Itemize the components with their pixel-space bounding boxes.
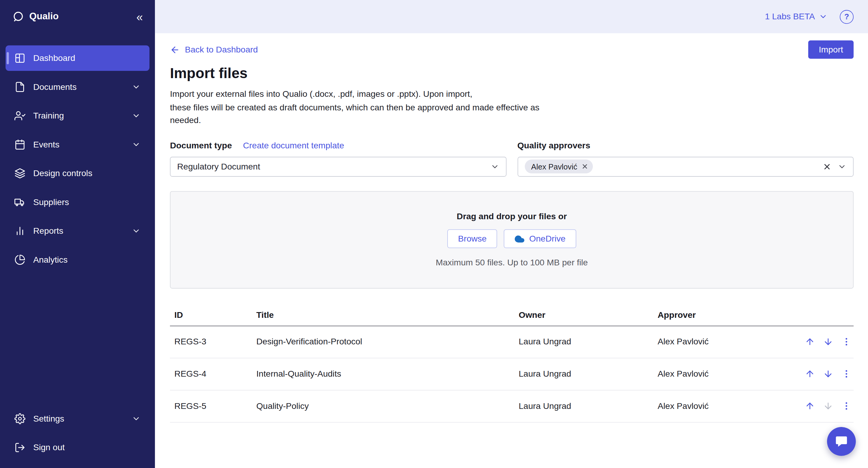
sidebar-item-dashboard[interactable]: Dashboard xyxy=(5,46,150,71)
back-to-dashboard-link[interactable]: Back to Dashboard xyxy=(170,45,258,55)
remove-approver-icon[interactable] xyxy=(581,163,588,170)
org-switcher[interactable]: 1 Labs BETA xyxy=(765,12,828,22)
sidebar-item-label: Documents xyxy=(33,82,76,92)
cell-approver: Alex Pavlović xyxy=(658,401,792,411)
dashboard-icon xyxy=(14,53,26,64)
sidebar-item-label: Training xyxy=(33,111,64,121)
chevron-down-icon xyxy=(490,162,499,171)
document-type-select[interactable]: Regulatory Document xyxy=(170,156,506,176)
clear-approvers-icon[interactable] xyxy=(823,162,831,171)
document-icon xyxy=(14,81,26,93)
chevron-down-icon xyxy=(132,83,141,91)
sidebar-footer: Settings Sign out xyxy=(0,406,155,468)
column-header-id: ID xyxy=(175,310,256,320)
move-up-icon[interactable] xyxy=(805,401,815,411)
sidebar-item-settings[interactable]: Settings xyxy=(5,406,150,431)
pie-chart-icon xyxy=(14,254,26,265)
create-document-template-link[interactable]: Create document template xyxy=(243,141,344,151)
user-check-icon xyxy=(14,110,26,121)
sidebar-item-documents[interactable]: Documents xyxy=(5,74,150,99)
description-line: these files will be created as draft doc… xyxy=(170,100,854,113)
sidebar-item-suppliers[interactable]: Suppliers xyxy=(5,189,150,215)
files-table: ID Title Owner Approver REGS-3 Design-Ve… xyxy=(170,305,854,422)
sidebar-collapse-button[interactable]: « xyxy=(136,11,143,23)
move-up-icon[interactable] xyxy=(805,369,815,379)
onedrive-button[interactable]: OneDrive xyxy=(504,229,576,248)
table-row: REGS-4 Internal-Quality-Audits Laura Ung… xyxy=(170,358,854,390)
table-header-row: ID Title Owner Approver xyxy=(170,305,854,326)
main-area: 1 Labs BETA ? Back to Dashboard Import xyxy=(155,0,868,468)
description-line: Import your external files into Qualio (… xyxy=(170,87,854,100)
chevron-down-icon xyxy=(132,414,141,423)
quality-approvers-select[interactable]: Alex Pavlović xyxy=(517,156,854,176)
brand-name: Qualio xyxy=(29,11,59,22)
table-row: REGS-5 Quality-Policy Laura Ungrad Alex … xyxy=(170,390,854,422)
calendar-icon xyxy=(14,139,26,150)
page-description: Import your external files into Qualio (… xyxy=(170,87,854,126)
column-header-owner: Owner xyxy=(519,310,658,320)
dropzone-title: Drag and drop your files or xyxy=(457,212,567,222)
brand: Qualio xyxy=(12,10,59,23)
row-menu-icon[interactable] xyxy=(841,401,851,411)
cell-title: Internal-Quality-Audits xyxy=(256,369,519,379)
dropzone-hint: Maximum 50 files. Up to 100 MB per file xyxy=(436,258,588,267)
sign-out-icon xyxy=(14,442,26,453)
help-label: ? xyxy=(844,12,849,21)
row-menu-icon[interactable] xyxy=(841,369,851,379)
cell-owner: Laura Ungrad xyxy=(519,337,658,347)
cell-title: Design-Verification-Protocol xyxy=(256,337,519,347)
move-down-icon[interactable] xyxy=(823,369,833,379)
cell-owner: Laura Ungrad xyxy=(519,369,658,379)
column-header-approver: Approver xyxy=(658,310,792,320)
bar-chart-icon xyxy=(14,226,26,237)
sidebar-item-reports[interactable]: Reports xyxy=(5,218,150,244)
viewport: Qualio « Dashboard Documents xyxy=(0,0,868,468)
sidebar-item-label: Design controls xyxy=(33,168,92,178)
browse-button[interactable]: Browse xyxy=(447,229,497,248)
row-actions xyxy=(792,337,854,347)
sidebar-item-label: Analytics xyxy=(33,255,67,265)
row-actions xyxy=(792,369,854,379)
import-button[interactable]: Import xyxy=(808,40,854,59)
sidebar-header: Qualio « xyxy=(0,0,155,33)
app-root: Qualio « Dashboard Documents xyxy=(0,0,868,468)
row-menu-icon[interactable] xyxy=(841,337,851,347)
sidebar-item-events[interactable]: Events xyxy=(5,132,150,157)
onedrive-button-label: OneDrive xyxy=(529,234,565,244)
dropzone-buttons: Browse OneDrive xyxy=(447,229,576,248)
content-top: Back to Dashboard Import xyxy=(170,40,854,59)
approver-chip: Alex Pavlović xyxy=(524,159,592,173)
quality-approvers-label: Quality approvers xyxy=(517,141,590,151)
table-row: REGS-3 Design-Verification-Protocol Laur… xyxy=(170,326,854,358)
cell-id: REGS-5 xyxy=(175,401,256,411)
cell-approver: Alex Pavlović xyxy=(658,337,792,347)
document-type-value: Regulatory Document xyxy=(177,161,260,171)
document-type-field: Document type Create document template R… xyxy=(170,140,506,176)
sidebar-item-analytics[interactable]: Analytics xyxy=(5,247,150,272)
move-up-icon[interactable] xyxy=(805,337,815,347)
topbar: 1 Labs BETA ? xyxy=(155,0,868,33)
sidebar-nav: Dashboard Documents Training xyxy=(0,33,155,406)
sidebar-item-design-controls[interactable]: Design controls xyxy=(5,161,150,186)
import-form: Document type Create document template R… xyxy=(170,140,854,176)
sidebar-item-label: Reports xyxy=(33,226,63,236)
sidebar-item-sign-out[interactable]: Sign out xyxy=(5,435,150,460)
page-title: Import files xyxy=(170,64,854,83)
column-header-title: Title xyxy=(256,310,519,320)
chevron-down-icon xyxy=(132,111,141,120)
description-line: needed. xyxy=(170,114,854,127)
chat-bubble-icon xyxy=(835,435,848,448)
sidebar-item-label: Events xyxy=(33,140,59,150)
help-button[interactable]: ? xyxy=(840,10,854,24)
gear-icon xyxy=(14,413,26,424)
content: Back to Dashboard Import Import files Im… xyxy=(155,33,868,468)
multiselect-controls xyxy=(823,162,846,171)
chevron-down-icon xyxy=(819,12,828,21)
move-down-icon[interactable] xyxy=(823,401,833,411)
file-dropzone[interactable]: Drag and drop your files or Browse OneDr… xyxy=(170,191,854,288)
arrow-left-icon xyxy=(170,45,180,55)
sidebar-item-training[interactable]: Training xyxy=(5,103,150,128)
chat-fab[interactable] xyxy=(827,427,856,456)
move-down-icon[interactable] xyxy=(823,337,833,347)
document-type-label: Document type xyxy=(170,141,232,151)
